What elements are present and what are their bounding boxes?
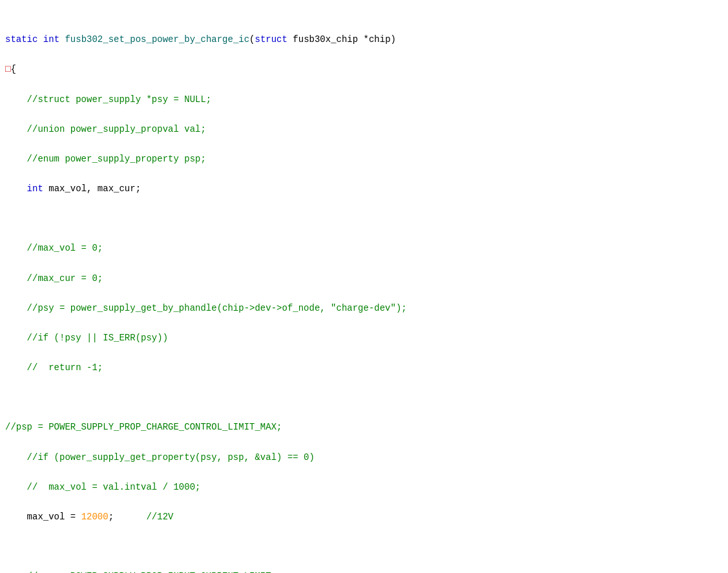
code-line-9: //max_cur = 0; (0, 271, 728, 286)
code-line-1: static int fusb302_set_pos_power_by_char… (0, 32, 728, 47)
code-line-14: //psp = POWER_SUPPLY_PROP_CHARGE_CONTROL… (0, 420, 728, 435)
code-line-8: //max_vol = 0; (0, 241, 728, 256)
code-line-6: int max_vol, max_cur; (0, 182, 728, 196)
code-line-13 (0, 390, 728, 405)
code-line-4: //union power_supply_propval val; (0, 122, 728, 137)
code-line-5: //enum power_supply_property psp; (0, 152, 728, 167)
code-line-19: //psp = POWER_SUPPLY_PROP_INPUT_CURRENT_… (0, 569, 728, 573)
code-line-2: □{ (0, 62, 728, 77)
code-line-18 (0, 539, 728, 554)
code-line-16: // max_vol = val.intval / 1000; (0, 480, 728, 495)
code-line-10: //psy = power_supply_get_by_phandle(chip… (0, 301, 728, 316)
code-line-12: // return -1; (0, 360, 728, 375)
code-block: static int fusb302_set_pos_power_by_char… (0, 0, 728, 573)
code-line-11: //if (!psy || IS_ERR(psy)) (0, 331, 728, 346)
code-line-3: //struct power_supply *psy = NULL; (0, 92, 728, 107)
code-line-7 (0, 211, 728, 226)
code-container: static int fusb302_set_pos_power_by_char… (0, 0, 728, 573)
code-line-17: max_vol = 12000; //12V (0, 510, 728, 525)
code-line-15: //if (power_supply_get_property(psy, psp… (0, 450, 728, 465)
